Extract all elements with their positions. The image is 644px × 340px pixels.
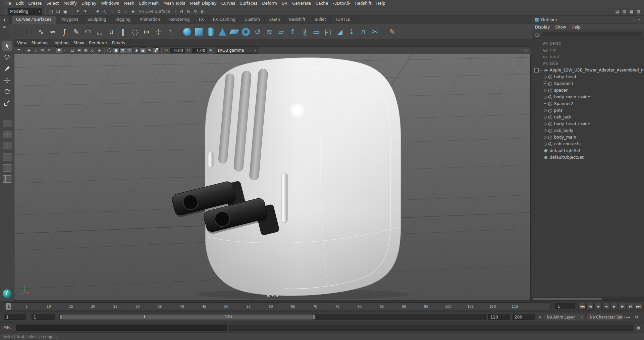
shelf-tab-redshift[interactable]: Redshift: [285, 16, 310, 24]
use-all-lights-icon[interactable]: ☀: [126, 47, 133, 53]
redo-icon[interactable]: ↷: [82, 8, 89, 14]
modeling-toolkit-icon[interactable]: ▤: [614, 8, 621, 14]
gamma-field[interactable]: 1.00: [192, 48, 207, 53]
minimize-button[interactable]: —: [624, 17, 630, 22]
paint-effects-brush[interactable]: ✎: [387, 26, 397, 38]
viewport-menu-shading[interactable]: Shading: [29, 40, 50, 46]
shaded-icon[interactable]: ●: [113, 47, 119, 53]
status-line-grip[interactable]: [174, 8, 176, 14]
tool-settings-icon[interactable]: ▦: [628, 8, 635, 14]
layout-two-pane-side-by-side[interactable]: [2, 141, 12, 150]
wireframe-icon[interactable]: ◯: [106, 47, 113, 53]
attribute-editor-icon[interactable]: ▥: [621, 8, 628, 14]
undo-icon[interactable]: ↶: [74, 8, 82, 14]
menu-set-dropdown[interactable]: Modeling ▾: [8, 8, 42, 15]
mel-command-input[interactable]: [16, 325, 227, 331]
menu-edit[interactable]: Edit: [13, 0, 26, 6]
shelf-tab-fx[interactable]: FX: [195, 16, 209, 24]
gamma-toggle-icon[interactable]: ⊡: [185, 47, 192, 53]
playback-start-field[interactable]: 1: [32, 314, 55, 320]
menu-deform[interactable]: Deform: [260, 0, 279, 6]
viewport-menu-view[interactable]: View: [15, 40, 29, 46]
layout-single-pane[interactable]: [2, 119, 12, 128]
shelf-tab-custom[interactable]: Custom: [240, 16, 265, 24]
outliner-item-defaultlightset[interactable]: defaultLightSet: [532, 147, 644, 154]
extend-curve[interactable]: ↦: [142, 26, 152, 38]
new-scene-icon[interactable]: ▢: [48, 8, 55, 14]
shelf-tab-turtle[interactable]: TURTLE: [331, 16, 355, 24]
outliner-item-defaultobjectset[interactable]: defaultObjectSet: [532, 154, 644, 161]
go-to-start-button[interactable]: |◀◀: [578, 303, 586, 310]
current-frame-field[interactable]: 1: [555, 303, 575, 309]
outliner-item-boby-head[interactable]: boby_head: [532, 74, 644, 80]
nurbs-sphere[interactable]: [182, 26, 192, 38]
time-slider-track[interactable]: 1510152025303540455055606570758085909510…: [4, 302, 551, 310]
layout-four-pane[interactable]: [2, 130, 12, 139]
outliner-horizontal-scrollbar[interactable]: [532, 297, 644, 300]
outliner-item-body-head-inside[interactable]: body_head_inside: [532, 120, 644, 127]
detach-curves[interactable]: ∥: [118, 26, 128, 38]
menu-3dtoall[interactable]: -3DtoAll-: [330, 0, 353, 6]
menu-curves[interactable]: Curves: [219, 0, 238, 6]
outliner-item-spanner1[interactable]: +Spanner1: [532, 80, 644, 87]
extrude[interactable]: ↥: [288, 26, 298, 38]
range-slider-handle[interactable]: 1 120: [60, 314, 315, 320]
play-forwards-button[interactable]: ▶: [610, 303, 618, 310]
menu-uv[interactable]: UV: [279, 0, 290, 6]
menu-mesh-display[interactable]: Mesh Display: [187, 0, 219, 6]
menu-mesh-tools[interactable]: Mesh Tools: [161, 0, 187, 6]
make-live-icon[interactable]: ◈: [129, 8, 137, 14]
menu-windows[interactable]: Windows: [99, 0, 121, 6]
shelf-options-icon[interactable]: ≣: [1, 24, 8, 30]
nurbs-cylinder[interactable]: [206, 26, 216, 38]
attach-curves[interactable]: ∪: [106, 26, 116, 38]
character-set-dropdown[interactable]: No Character Set ▾: [587, 314, 623, 320]
ep-curve-tool[interactable]: ≈: [48, 26, 58, 38]
exposure-field[interactable]: 0.00: [170, 48, 185, 53]
select-camera-icon[interactable]: ◉: [25, 47, 32, 53]
command-language-label[interactable]: MEL: [3, 325, 12, 330]
animation-preferences-icon[interactable]: ⚙: [633, 314, 640, 320]
step-forward-frame-button[interactable]: ▶|: [627, 303, 634, 310]
rotate-tool[interactable]: [2, 87, 12, 97]
outliner-item-side[interactable]: side: [532, 60, 644, 67]
screen-space-ao-icon[interactable]: ◒: [140, 47, 146, 53]
step-back-frame-button[interactable]: |◀: [586, 303, 594, 310]
anti-aliasing-icon[interactable]: ▞: [153, 47, 160, 53]
scrollbar-thumb[interactable]: [533, 298, 602, 300]
menu-select[interactable]: Select: [44, 0, 61, 6]
outliner-item-spacer[interactable]: spacer: [532, 87, 644, 94]
snap-to-projected-center-icon[interactable]: ⊙: [115, 8, 122, 14]
shelf-tab-rigging[interactable]: Rigging: [111, 16, 135, 24]
playback-options-chevron[interactable]: ▾: [537, 314, 543, 320]
planar[interactable]: ▱: [276, 26, 286, 38]
square-surface[interactable]: ◰: [323, 26, 333, 38]
animation-start-field[interactable]: 1: [4, 314, 26, 320]
grid-icon[interactable]: #: [56, 47, 62, 53]
resolution-gate-icon[interactable]: ◻: [69, 47, 76, 53]
outliner-item-usb-contacts[interactable]: usb_contacts: [532, 141, 644, 147]
outliner-search-field[interactable]: [542, 32, 642, 37]
collapse-toggle[interactable]: −: [534, 68, 539, 72]
shelf-tab-fx-caching[interactable]: FX Caching: [209, 16, 240, 24]
menu-modify[interactable]: Modify: [61, 0, 79, 6]
bookmarks-icon[interactable]: ▾: [46, 47, 52, 53]
shelf-tab-animation[interactable]: Animation: [135, 16, 165, 24]
anim-layer-dropdown[interactable]: No Anim Layer ▾: [544, 314, 584, 320]
construction-history-icon[interactable]: ↻: [192, 8, 199, 14]
shelf-tab-xgen[interactable]: XGen: [265, 16, 285, 24]
gate-mask-icon[interactable]: ▣: [76, 47, 83, 53]
menu-redshift[interactable]: Redshift: [353, 0, 374, 6]
outliner-item-pins[interactable]: pins: [532, 107, 644, 114]
outliner-item-body-main[interactable]: body_main: [532, 134, 644, 141]
status-line-grip[interactable]: [44, 8, 46, 14]
move-tool[interactable]: [2, 75, 12, 85]
open-close-curve[interactable]: ◌: [130, 26, 140, 38]
three-point-arc-tool[interactable]: ◠: [83, 26, 93, 38]
pencil-curve-tool[interactable]: ✎: [71, 26, 81, 38]
shelf-tab-curves-surfaces[interactable]: Curves / Surfaces: [12, 16, 56, 24]
play-backwards-button[interactable]: ◀: [602, 303, 610, 310]
viewport-canvas[interactable]: [14, 54, 530, 301]
shelf-tab-bullet[interactable]: Bullet: [310, 16, 331, 24]
layout-two-pane-stacked[interactable]: [2, 152, 12, 161]
